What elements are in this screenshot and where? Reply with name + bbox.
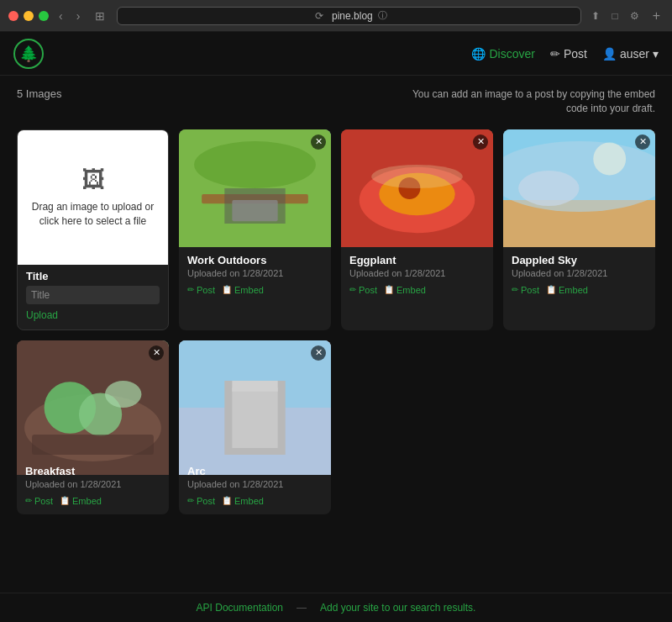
svg-point-13 <box>593 142 626 175</box>
discover-nav-link[interactable]: 🌐 Discover <box>471 47 534 61</box>
svg-point-19 <box>105 381 141 408</box>
images-count: 5 Images <box>17 87 61 100</box>
image-card-breakfast: ✕ Breakfast Uploaded on 1/28/2021 ✏ <box>17 340 169 514</box>
upload-card: 🖼 Drag an image to upload or click here … <box>17 129 169 330</box>
arc-date: Uploaded on 1/28/2021 <box>187 479 323 489</box>
upload-button[interactable]: Upload <box>26 309 58 321</box>
svg-rect-24 <box>232 387 277 448</box>
post-icon-2: ✏ <box>349 285 356 294</box>
breakfast-image <box>17 340 169 458</box>
embed-icon-5: 📋 <box>222 496 232 505</box>
svg-point-12 <box>503 141 655 212</box>
svg-rect-4 <box>232 200 277 221</box>
eggplant-embed-button[interactable]: 📋 Embed <box>384 285 426 295</box>
user-icon: 👤 <box>602 47 617 61</box>
upload-card-body: Title Upload <box>18 265 168 329</box>
new-tab-button[interactable]: + <box>649 8 664 24</box>
dappled-sky-date: Uploaded on 1/28/2021 <box>512 268 647 278</box>
dappled-sky-actions: ✏ Post 📋 Embed <box>512 285 647 295</box>
image-card-dappled-sky: ✕ Dappled Sky Uploaded on 1/28/2021 ✏ Po… <box>503 129 655 330</box>
footer-links: API Documentation — Add your site to our… <box>8 602 664 614</box>
bookmark-button[interactable]: □ <box>608 8 621 24</box>
work-outdoors-post-button[interactable]: ✏ Post <box>187 285 215 295</box>
nav-links: 🌐 Discover ✏ Post 👤 auser ▾ <box>471 47 659 61</box>
breakfast-post-button[interactable]: ✏ Post <box>25 496 53 506</box>
eggplant-date: Uploaded on 1/28/2021 <box>349 268 485 278</box>
upload-drop-zone[interactable]: 🖼 Drag an image to upload or click here … <box>18 130 168 265</box>
eggplant-post-button[interactable]: ✏ Post <box>349 285 377 295</box>
back-button[interactable]: ‹ <box>55 8 66 24</box>
post-icon-3: ✏ <box>512 285 518 294</box>
close-eggplant-button[interactable]: ✕ <box>473 134 488 150</box>
image-card-arc: ✕ Arc Uploaded on 1/28/2021 <box>179 340 331 514</box>
breakfast-date: Uploaded on 1/28/2021 <box>25 479 160 489</box>
dappled-sky-embed-button[interactable]: 📋 Embed <box>546 285 588 295</box>
close-arc-button[interactable]: ✕ <box>311 345 326 361</box>
image-upload-icon: 🖼 <box>81 166 105 193</box>
work-outdoors-title: Work Outdoors <box>187 254 323 266</box>
svg-point-14 <box>518 171 579 206</box>
work-outdoors-actions: ✏ Post 📋 Embed <box>187 285 323 295</box>
svg-rect-20 <box>32 435 154 455</box>
svg-rect-9 <box>371 165 463 188</box>
dappled-sky-image <box>503 129 655 247</box>
close-dappled-sky-button[interactable]: ✕ <box>635 134 650 150</box>
embed-hint: You can add an image to a post by copyin… <box>403 87 655 116</box>
extensions-button[interactable]: ⚙ <box>627 8 643 24</box>
sidebar-button[interactable]: ⊞ <box>90 8 110 24</box>
post-nav-link[interactable]: ✏ Post <box>550 47 587 61</box>
image-grid-bottom: ✕ Breakfast Uploaded on 1/28/2021 ✏ <box>17 340 655 514</box>
post-icon: ✏ <box>187 285 194 294</box>
close-traffic-light[interactable] <box>8 11 18 21</box>
image-card-eggplant: ✕ Eggplant Uploaded on 1/28/2021 ✏ Post <box>341 129 493 330</box>
arc-actions: ✏ Post 📋 Embed <box>187 496 323 506</box>
app-logo[interactable]: 🌲 <box>13 39 44 69</box>
post-icon-4: ✏ <box>25 496 32 505</box>
eggplant-image <box>341 129 493 247</box>
close-breakfast-button[interactable]: ✕ <box>149 345 164 361</box>
post-edit-icon: ✏ <box>550 47 560 61</box>
embed-icon: 📋 <box>222 285 232 294</box>
chevron-down-icon: ▾ <box>653 47 659 61</box>
share-button[interactable]: ⬆ <box>588 8 603 24</box>
breakfast-actions: ✏ Post 📋 Embed <box>25 496 160 506</box>
dappled-sky-post-button[interactable]: ✏ Post <box>512 285 539 295</box>
forward-button[interactable]: › <box>73 8 84 24</box>
embed-icon-4: 📋 <box>60 496 70 505</box>
work-outdoors-image <box>179 129 331 247</box>
user-menu[interactable]: 👤 auser ▾ <box>602 47 659 61</box>
dappled-sky-card-body: Dappled Sky Uploaded on 1/28/2021 ✏ Post… <box>503 247 655 303</box>
maximize-traffic-light[interactable] <box>39 11 49 21</box>
reload-button[interactable]: ⟳ <box>312 8 327 24</box>
browser-chrome: ‹ › ⊞ ⟳ pine.blog ⓘ ⬆ □ ⚙ + <box>0 0 672 32</box>
eggplant-title: Eggplant <box>349 254 485 266</box>
search-results-link[interactable]: Add your site to our search results. <box>320 602 475 614</box>
arc-post-button[interactable]: ✏ Post <box>187 496 215 506</box>
image-grid-top: 🖼 Drag an image to upload or click here … <box>17 129 655 330</box>
dappled-sky-title: Dappled Sky <box>512 254 647 266</box>
traffic-lights <box>8 11 49 21</box>
svg-rect-25 <box>232 381 277 392</box>
info-icon: ⓘ <box>378 9 387 22</box>
work-outdoors-card-body: Work Outdoors Uploaded on 1/28/2021 ✏ Po… <box>179 247 331 303</box>
footer: API Documentation — Add your site to our… <box>0 593 672 622</box>
arc-embed-button[interactable]: 📋 Embed <box>222 496 264 506</box>
discover-globe-icon: 🌐 <box>471 47 486 61</box>
upload-instructions: Drag an image to upload or click here to… <box>18 200 168 229</box>
work-outdoors-date: Uploaded on 1/28/2021 <box>187 268 323 278</box>
title-field-label: Title <box>26 270 160 282</box>
minimize-traffic-light[interactable] <box>24 11 34 21</box>
eggplant-actions: ✏ Post 📋 Embed <box>349 285 485 295</box>
api-docs-link[interactable]: API Documentation <box>197 602 283 614</box>
work-outdoors-embed-button[interactable]: 📋 Embed <box>222 285 264 295</box>
breakfast-embed-button[interactable]: 📋 Embed <box>60 496 102 506</box>
post-icon-5: ✏ <box>187 496 194 505</box>
logo-icon: 🌲 <box>19 45 38 63</box>
embed-icon-2: 📋 <box>384 285 394 294</box>
address-bar[interactable]: ⟳ pine.blog ⓘ <box>117 7 581 25</box>
svg-point-1 <box>194 141 316 188</box>
title-input[interactable] <box>26 286 160 304</box>
close-work-outdoors-button[interactable]: ✕ <box>311 134 326 150</box>
main-content: 5 Images You can add an image to a post … <box>0 76 672 593</box>
eggplant-card-body: Eggplant Uploaded on 1/28/2021 ✏ Post 📋 … <box>341 247 493 303</box>
